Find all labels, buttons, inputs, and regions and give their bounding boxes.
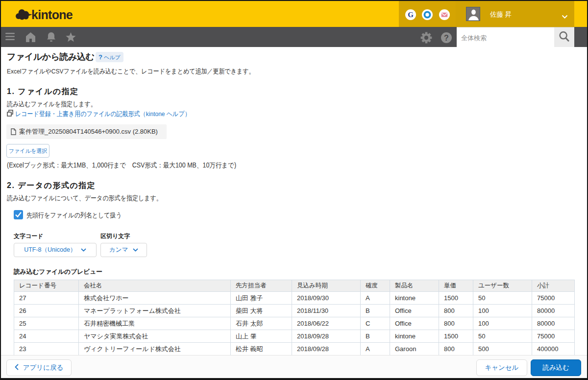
svg-text:G: G	[408, 11, 414, 19]
svg-text:?: ?	[444, 34, 449, 42]
svg-text:kintone: kintone	[31, 8, 73, 22]
